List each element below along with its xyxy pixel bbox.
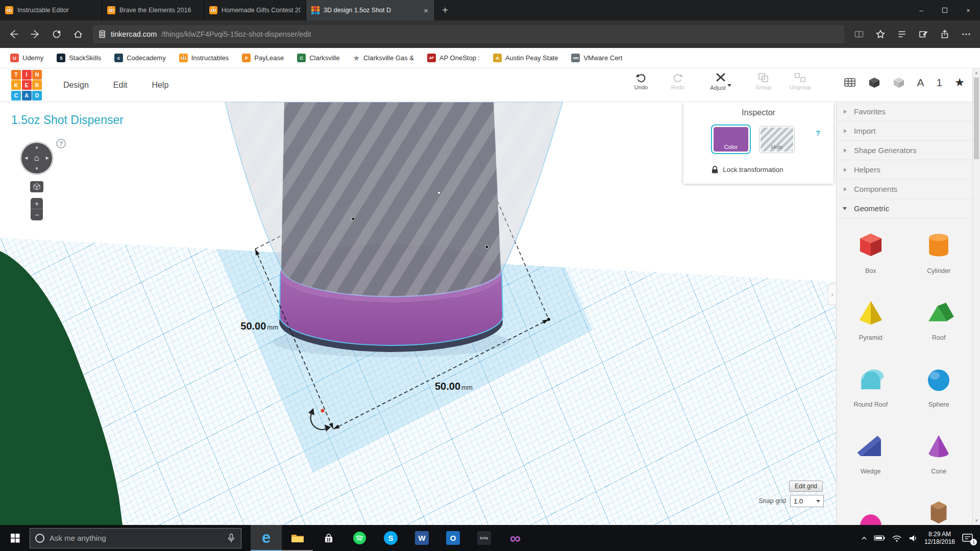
taskbar-outlook[interactable]: O: [437, 525, 469, 551]
shape-paraboloid[interactable]: [837, 490, 905, 525]
help-button[interactable]: ?: [56, 139, 66, 148]
shape-cylinder[interactable]: Cylinder: [905, 222, 973, 289]
menu-help[interactable]: Help: [152, 81, 168, 90]
tab-3d-design-active[interactable]: 3D design 1.5oz Shot D ×: [306, 0, 435, 20]
menu-design[interactable]: Design: [63, 81, 89, 90]
solid-view-cube-icon[interactable]: [868, 77, 880, 89]
taskbar-word[interactable]: W: [406, 525, 437, 551]
favorite-clarksville[interactable]: CClarksville: [297, 54, 339, 62]
redo-button[interactable]: Redo: [662, 72, 694, 91]
taskbar-edge[interactable]: e: [251, 525, 282, 551]
favorite-austin-peay[interactable]: AAustin Peay State: [493, 54, 558, 62]
home-view-icon[interactable]: ⌂: [21, 143, 52, 173]
edit-grid-button[interactable]: Edit grid: [789, 481, 823, 492]
sidebar-category-import[interactable]: Import: [837, 121, 980, 141]
sidebar-collapse-handle[interactable]: ›: [828, 284, 836, 305]
wifi-icon[interactable]: [892, 535, 902, 542]
hole-swatch[interactable]: Hole: [759, 126, 795, 153]
favorite-stackskills[interactable]: SStackSkills: [57, 54, 101, 62]
shape-round-roof[interactable]: Round Roof: [837, 356, 905, 423]
taskbar-file-explorer[interactable]: [282, 525, 313, 551]
taskbar-krita[interactable]: krita: [469, 525, 500, 551]
snap-grid-select[interactable]: 1.0: [790, 495, 824, 507]
ungroup-button[interactable]: Ungroup: [785, 72, 816, 91]
shape-roof[interactable]: Roof: [905, 289, 973, 356]
shape-hex-prism[interactable]: [905, 490, 973, 525]
sidebar-category-helpers[interactable]: Helpers: [837, 160, 980, 180]
reading-view-button[interactable]: [848, 24, 870, 44]
action-center-button[interactable]: 1: [962, 533, 974, 543]
taskbar-spotify[interactable]: [344, 525, 375, 551]
transparent-view-cube-icon[interactable]: [893, 77, 905, 89]
window-close-button[interactable]: ×: [957, 0, 980, 20]
tab-homemade-gifts[interactable]: Homemade Gifts Contest 20: [204, 0, 306, 20]
tray-expand-icon[interactable]: [861, 536, 867, 541]
new-tab-button[interactable]: +: [435, 0, 455, 20]
add-favorite-button[interactable]: [870, 24, 891, 44]
battery-icon[interactable]: [874, 534, 885, 542]
favorite-udemy[interactable]: UUdemy: [10, 54, 43, 62]
forward-button[interactable]: [24, 24, 46, 44]
sidebar-category-components[interactable]: Components: [837, 180, 980, 199]
favorite-paylease[interactable]: PPayLease: [242, 54, 284, 62]
microphone-icon[interactable]: [227, 533, 236, 543]
hub-button[interactable]: [891, 24, 913, 44]
home-button[interactable]: [67, 24, 89, 44]
url-field[interactable]: tinkercad.com/things/klwZF4Pvqi5-15oz-sh…: [93, 25, 844, 43]
scroll-up-icon[interactable]: ▲: [973, 70, 980, 75]
scroll-down-icon[interactable]: ▼: [973, 518, 980, 523]
view-navigation-pad[interactable]: ▲ ▼ ◀ ▶ ⌂: [21, 143, 52, 173]
shape-wedge[interactable]: Wedge: [837, 423, 905, 490]
color-swatch[interactable]: Color: [711, 124, 751, 154]
shape-box[interactable]: Box: [837, 222, 905, 289]
taskbar-store[interactable]: [313, 525, 344, 551]
green-object[interactable]: [0, 251, 122, 525]
refresh-button[interactable]: [46, 24, 67, 44]
sidebar-category-favorites[interactable]: Favorites: [837, 102, 980, 121]
favorite-ap-onestop[interactable]: APAP OneStop :: [427, 54, 480, 62]
volume-icon[interactable]: [909, 534, 918, 542]
tab-close-icon[interactable]: ×: [423, 6, 429, 15]
favorite-instructables[interactable]: Instructables: [179, 54, 229, 62]
letter-a-icon[interactable]: A: [917, 77, 924, 89]
favorite-codecademy[interactable]: cCodecademy: [114, 54, 166, 62]
back-button[interactable]: [3, 24, 24, 44]
show-grid-icon[interactable]: [844, 77, 856, 88]
app-menu: Design Edit Help: [63, 81, 168, 90]
lock-transformation-toggle[interactable]: Lock transformation: [711, 165, 783, 174]
shape-pyramid[interactable]: Pyramid: [837, 289, 905, 356]
number-1-icon[interactable]: 1: [937, 77, 943, 89]
favorite-clarksville-gas[interactable]: ★Clarksville Gas &: [353, 54, 413, 62]
zoom-out-button[interactable]: −: [31, 209, 43, 220]
sidebar-category-geometric[interactable]: Geometric: [837, 199, 980, 218]
window-minimize-button[interactable]: –: [910, 0, 933, 20]
menu-edit[interactable]: Edit: [113, 81, 128, 90]
start-button[interactable]: [0, 525, 30, 551]
share-button[interactable]: [934, 24, 955, 44]
favorite-vmware-cert[interactable]: vmVMware Cert: [571, 54, 622, 62]
taskbar-visual-studio[interactable]: ∞: [500, 525, 531, 551]
zoom-in-button[interactable]: +: [31, 198, 43, 209]
adjust-button[interactable]: Adjust: [699, 72, 743, 91]
shape-cone[interactable]: Cone: [905, 423, 973, 490]
taskbar-skype[interactable]: S: [375, 525, 406, 551]
tinkercad-logo[interactable]: T I N K E R C A D: [11, 70, 42, 101]
cortana-search-box[interactable]: [30, 528, 241, 548]
star-icon[interactable]: ★: [954, 76, 965, 89]
tab-instructable-editor[interactable]: Instructable Editor: [0, 0, 102, 20]
tab-brave-the-elements[interactable]: Brave the Elements 2016: [102, 0, 204, 20]
search-input[interactable]: [50, 534, 222, 542]
more-actions-button[interactable]: [955, 24, 977, 44]
web-note-button[interactable]: [913, 24, 934, 44]
design-canvas[interactable]: 1.5oz Shot Dispenser ? ▲ ▼ ◀ ▶ ⌂ + − 50.…: [0, 102, 836, 525]
undo-button[interactable]: Undo: [625, 72, 657, 91]
page-scrollbar[interactable]: ▲ ▼: [972, 68, 980, 525]
group-button[interactable]: Group: [748, 72, 779, 91]
shape-sphere[interactable]: Sphere: [905, 356, 973, 423]
sidebar-category-shape-generators[interactable]: Shape Generators: [837, 141, 980, 160]
window-maximize-button[interactable]: [933, 0, 957, 20]
inspector-help-button[interactable]: ?: [816, 129, 820, 137]
taskbar-clock[interactable]: 8:29 AM 12/18/2016: [924, 531, 955, 546]
fit-view-button[interactable]: [30, 181, 43, 192]
scrollbar-thumb[interactable]: [974, 78, 979, 159]
